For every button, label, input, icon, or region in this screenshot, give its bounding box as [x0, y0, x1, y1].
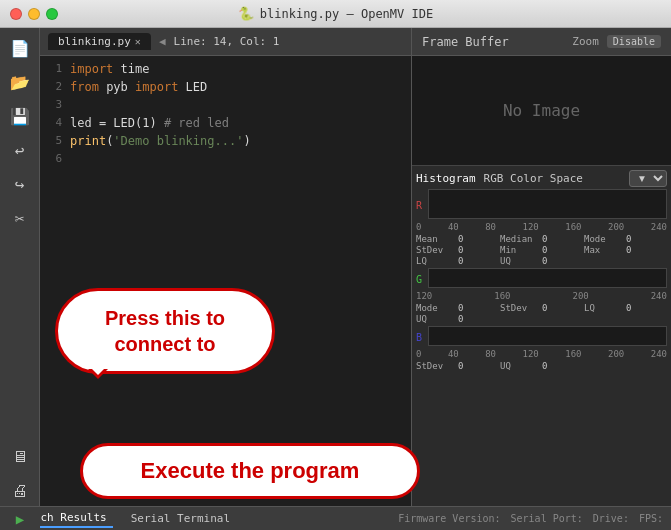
- tooltip-press: Press this toconnect to: [55, 288, 275, 374]
- tooltip-press-text: Press this toconnect to: [82, 305, 248, 357]
- no-image-area: No Image: [412, 56, 671, 166]
- main-layout: 📄 📂 💾 ↩ ↪ ✂ 🖥 🖨 blinking.py ✕ ◀ Line: 14…: [0, 28, 671, 506]
- open-folder-icon[interactable]: 📂: [4, 66, 36, 98]
- line-content: from pyb import LED: [70, 78, 207, 96]
- code-line: 5print('Demo blinking...'): [40, 132, 411, 150]
- r-channel-label: R: [416, 200, 426, 211]
- code-line: 6: [40, 150, 411, 168]
- editor-toolbar: blinking.py ✕ ◀ Line: 14, Col: 1: [40, 28, 411, 56]
- code-line: 3: [40, 96, 411, 114]
- tooltip-execute: Execute the program: [80, 443, 420, 499]
- line-content: [70, 150, 77, 168]
- app-icon: 🐍: [238, 6, 254, 21]
- g-channel-label: G: [416, 274, 426, 285]
- frame-buffer-header: Frame Buffer Zoom Disable: [412, 28, 671, 56]
- sidebar: 📄 📂 💾 ↩ ↪ ✂ 🖥 🖨: [0, 28, 40, 506]
- cut-icon[interactable]: ✂: [4, 202, 36, 234]
- terminal-icon[interactable]: 🖥: [4, 440, 36, 472]
- status-info: Firmware Version: Serial Port: Drive: FP…: [398, 513, 663, 524]
- line-number: 6: [40, 150, 70, 168]
- speech-bubble-exec: Execute the program: [80, 443, 420, 499]
- histogram-area: Histogram RGB Color Space ▼ R 0 40 80 12…: [412, 166, 671, 506]
- zoom-label: Zoom: [572, 35, 599, 48]
- histogram-scale: 0 40 80 120 160 200 240: [416, 222, 667, 232]
- no-image-text: No Image: [503, 101, 580, 120]
- print-icon[interactable]: 🖨: [4, 474, 36, 506]
- line-number: 4: [40, 114, 70, 132]
- frame-buffer-controls: Zoom Disable: [572, 35, 661, 48]
- window-controls[interactable]: [10, 8, 58, 20]
- redo-icon[interactable]: ↪: [4, 168, 36, 200]
- close-button[interactable]: [10, 8, 22, 20]
- line-number: 3: [40, 96, 70, 114]
- line-content: print('Demo blinking...'): [70, 132, 251, 150]
- line-number: 5: [40, 132, 70, 150]
- histogram-select[interactable]: ▼: [629, 170, 667, 187]
- disable-button[interactable]: Disable: [607, 35, 661, 48]
- stats-grid-1: Mean0 Median0 Mode0 StDev0 Min0 Max0 LQ0…: [416, 234, 667, 266]
- code-editor[interactable]: 1import time2from pyb import LED3 4led =…: [40, 56, 411, 506]
- histogram-chart-r: [428, 189, 667, 219]
- window-title: 🐍 blinking.py — OpenMV IDE: [238, 6, 433, 21]
- line-number: 2: [40, 78, 70, 96]
- save-icon[interactable]: 💾: [4, 100, 36, 132]
- line-content: import time: [70, 60, 149, 78]
- tab-close-icon[interactable]: ✕: [135, 36, 141, 47]
- code-line: 1import time: [40, 60, 411, 78]
- run-icon[interactable]: ▶: [16, 511, 24, 527]
- title-text: blinking.py — OpenMV IDE: [260, 7, 433, 21]
- run-button-area[interactable]: ▶: [0, 506, 40, 530]
- right-panel: Frame Buffer Zoom Disable No Image Histo…: [411, 28, 671, 506]
- stats-grid-2: Mode0 StDev0 LQ0 UQ0: [416, 303, 667, 324]
- code-line: 4led = LED(1) # red led: [40, 114, 411, 132]
- file-tab[interactable]: blinking.py ✕: [48, 33, 151, 50]
- histogram-tabs: Histogram RGB Color Space: [416, 172, 583, 185]
- rgb-color-tab[interactable]: RGB Color Space: [484, 172, 583, 185]
- histogram-chart-g: [428, 268, 667, 288]
- code-line: 2from pyb import LED: [40, 78, 411, 96]
- b-channel-label: B: [416, 332, 426, 343]
- histogram-header: Histogram RGB Color Space ▼: [416, 170, 667, 187]
- line-content: led = LED(1) # red led: [70, 114, 229, 132]
- histogram-chart-b: [428, 326, 667, 346]
- tooltip-execute-text: Execute the program: [113, 458, 387, 484]
- editor-area: blinking.py ✕ ◀ Line: 14, Col: 1 1import…: [40, 28, 411, 506]
- histogram-scale-2: 120 160 200 240: [416, 291, 667, 301]
- undo-icon[interactable]: ↩: [4, 134, 36, 166]
- minimize-button[interactable]: [28, 8, 40, 20]
- maximize-button[interactable]: [46, 8, 58, 20]
- serial-terminal-tab[interactable]: Serial Terminal: [125, 510, 236, 527]
- cursor-position: Line: 14, Col: 1: [174, 35, 280, 48]
- titlebar: 🐍 blinking.py — OpenMV IDE: [0, 0, 671, 28]
- statusbar: Search Results Serial Terminal Firmware …: [0, 506, 671, 530]
- line-number: 1: [40, 60, 70, 78]
- frame-buffer-title: Frame Buffer: [422, 35, 509, 49]
- new-file-icon[interactable]: 📄: [4, 32, 36, 64]
- speech-bubble-press: Press this toconnect to: [55, 288, 275, 374]
- tab-name: blinking.py: [58, 35, 131, 48]
- histogram-tab[interactable]: Histogram: [416, 172, 476, 185]
- separator: ◀: [159, 35, 166, 48]
- line-content: [70, 96, 77, 114]
- histogram-scale-3: 0 40 80 120 160 200 240: [416, 349, 667, 359]
- stats-grid-3: StDev0 UQ0: [416, 361, 667, 371]
